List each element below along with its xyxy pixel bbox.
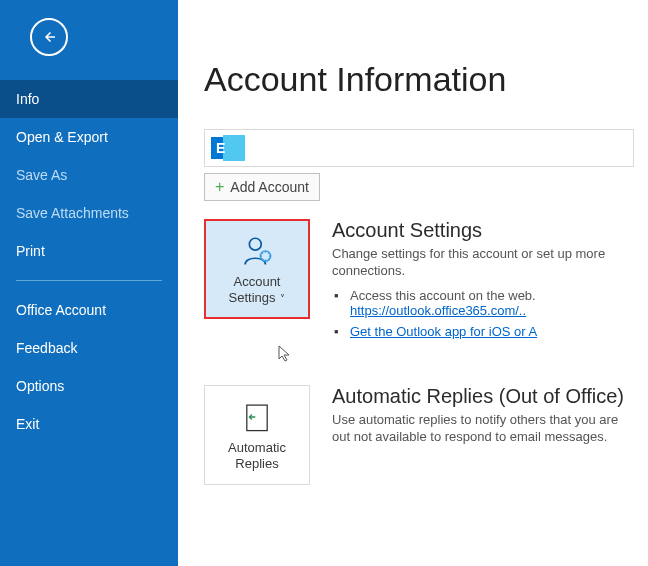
sidebar-item-exit[interactable]: Exit xyxy=(0,405,178,443)
automatic-replies-tile[interactable]: Automatic Replies xyxy=(204,385,310,485)
owa-link[interactable]: https://outlook.office365.com/.. xyxy=(350,303,526,318)
bullet-web-access: Access this account on the web. https://… xyxy=(332,288,630,318)
account-selector[interactable]: E xyxy=(204,129,634,167)
account-settings-icon xyxy=(240,234,274,268)
automatic-replies-heading: Automatic Replies (Out of Office) xyxy=(332,385,630,408)
sidebar-item-info[interactable]: Info xyxy=(0,80,178,118)
sidebar-item-options[interactable]: Options xyxy=(0,367,178,405)
sidebar-item-save-as[interactable]: Save As xyxy=(0,156,178,194)
sidebar-item-print[interactable]: Print xyxy=(0,232,178,270)
account-settings-tile[interactable]: Account Settings ˅ xyxy=(204,219,310,319)
page-title: Account Information xyxy=(204,60,630,99)
sidebar-divider xyxy=(16,280,162,281)
sidebar: Info Open & Export Save As Save Attachme… xyxy=(0,0,178,566)
account-settings-section: Account Settings ˅ Account Settings Chan… xyxy=(204,219,630,345)
sidebar-item-save-attachments[interactable]: Save Attachments xyxy=(0,194,178,232)
svg-text:E: E xyxy=(216,140,225,156)
svg-rect-1 xyxy=(223,135,245,161)
back-button[interactable] xyxy=(30,18,68,56)
sidebar-item-feedback[interactable]: Feedback xyxy=(0,329,178,367)
mobile-app-link[interactable]: Get the Outlook app for iOS or A xyxy=(350,324,537,339)
main-panel: Account Information E + Add Account Acco… xyxy=(178,0,648,566)
sidebar-item-open-export[interactable]: Open & Export xyxy=(0,118,178,156)
automatic-replies-icon xyxy=(240,400,274,434)
automatic-replies-tile-label: Automatic Replies xyxy=(209,440,305,471)
plus-icon: + xyxy=(215,178,224,196)
chevron-down-icon: ˅ xyxy=(278,293,286,304)
exchange-icon: E xyxy=(209,133,249,163)
sidebar-item-office-account[interactable]: Office Account xyxy=(0,291,178,329)
account-settings-tile-label: Account Settings ˅ xyxy=(210,274,304,305)
automatic-replies-section: Automatic Replies Automatic Replies (Out… xyxy=(204,385,630,485)
add-account-label: Add Account xyxy=(230,179,309,195)
svg-point-3 xyxy=(249,239,261,251)
account-settings-description: Change settings for this account or set … xyxy=(332,246,630,280)
add-account-button[interactable]: + Add Account xyxy=(204,173,320,201)
back-arrow-icon xyxy=(40,28,58,46)
bullet-mobile-app: Get the Outlook app for iOS or A xyxy=(332,324,630,339)
automatic-replies-description: Use automatic replies to notify others t… xyxy=(332,412,630,446)
account-settings-heading: Account Settings xyxy=(332,219,630,242)
